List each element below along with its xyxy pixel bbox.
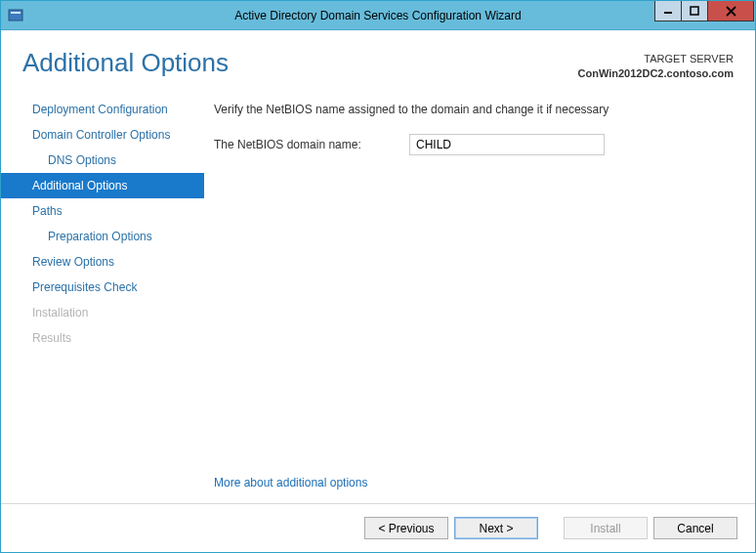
page-heading: Additional Options bbox=[22, 48, 229, 78]
window-controls bbox=[655, 1, 755, 21]
svg-rect-0 bbox=[9, 10, 22, 21]
sidebar-item-preparation-options[interactable]: Preparation Options bbox=[1, 224, 204, 249]
maximize-button[interactable] bbox=[681, 1, 708, 21]
sidebar-item-dns-options[interactable]: DNS Options bbox=[1, 148, 204, 173]
previous-button[interactable]: < Previous bbox=[364, 517, 448, 539]
wizard-sidebar: Deployment ConfigurationDomain Controlle… bbox=[1, 89, 204, 503]
app-icon bbox=[8, 8, 23, 23]
footer: < Previous Next > Install Cancel bbox=[1, 503, 755, 552]
content-row: Deployment ConfigurationDomain Controlle… bbox=[1, 89, 755, 503]
target-server-label: TARGET SERVER bbox=[578, 52, 734, 66]
svg-rect-3 bbox=[691, 7, 698, 15]
more-about-link[interactable]: More about additional options bbox=[214, 476, 367, 489]
header-row: Additional Options TARGET SERVER ConWin2… bbox=[1, 30, 755, 89]
sidebar-item-prerequisites-check[interactable]: Prerequisites Check bbox=[1, 275, 204, 300]
sidebar-item-deployment-configuration[interactable]: Deployment Configuration bbox=[1, 97, 204, 122]
cancel-button[interactable]: Cancel bbox=[653, 517, 737, 539]
minimize-button[interactable] bbox=[654, 1, 682, 21]
sidebar-item-domain-controller-options[interactable]: Domain Controller Options bbox=[1, 122, 204, 148]
install-button: Install bbox=[564, 517, 648, 539]
sidebar-item-additional-options[interactable]: Additional Options bbox=[1, 173, 204, 198]
next-button[interactable]: Next > bbox=[454, 517, 538, 539]
titlebar: Active Directory Domain Services Configu… bbox=[1, 1, 755, 30]
target-server-host: ConWin2012DC2.contoso.com bbox=[578, 66, 734, 81]
window-title: Active Directory Domain Services Configu… bbox=[1, 9, 755, 22]
instruction-text: Verify the NetBIOS name assigned to the … bbox=[214, 103, 734, 116]
netbios-input[interactable] bbox=[409, 134, 605, 155]
body-area: Additional Options TARGET SERVER ConWin2… bbox=[1, 30, 755, 552]
content-panel: Verify the NetBIOS name assigned to the … bbox=[204, 89, 755, 503]
sidebar-item-review-options[interactable]: Review Options bbox=[1, 249, 204, 275]
close-button[interactable] bbox=[707, 1, 754, 21]
netbios-field-row: The NetBIOS domain name: bbox=[214, 134, 734, 155]
svg-rect-1 bbox=[11, 12, 21, 14]
sidebar-item-results: Results bbox=[1, 325, 204, 351]
netbios-label: The NetBIOS domain name: bbox=[214, 138, 409, 151]
target-server-block: TARGET SERVER ConWin2012DC2.contoso.com bbox=[578, 48, 734, 81]
sidebar-item-paths[interactable]: Paths bbox=[1, 198, 204, 224]
sidebar-item-installation: Installation bbox=[1, 300, 204, 325]
wizard-window: Active Directory Domain Services Configu… bbox=[0, 0, 756, 553]
